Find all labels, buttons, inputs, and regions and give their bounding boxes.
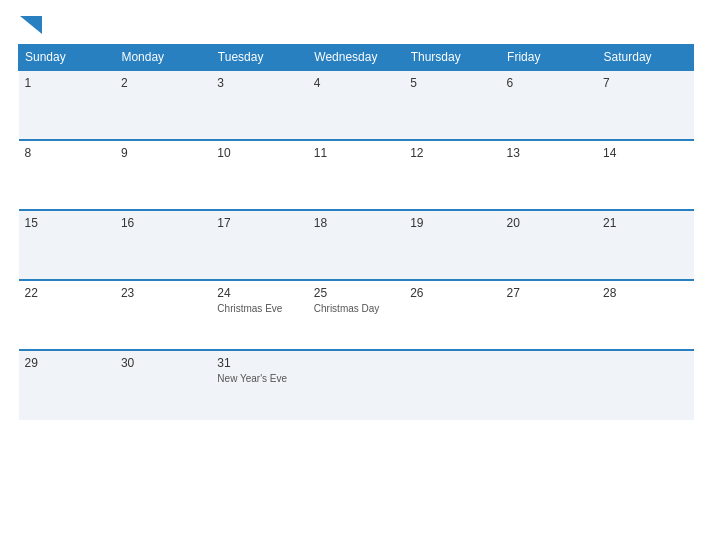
day-number: 14 — [603, 146, 687, 160]
day-cell: 19 — [404, 210, 500, 280]
day-cell: 21 — [597, 210, 693, 280]
weekday-header-tuesday: Tuesday — [211, 45, 307, 71]
day-cell: 18 — [308, 210, 404, 280]
header — [18, 16, 694, 34]
day-number: 16 — [121, 216, 205, 230]
day-number: 23 — [121, 286, 205, 300]
day-cell: 2 — [115, 70, 211, 140]
day-cell: 22 — [19, 280, 115, 350]
day-number: 5 — [410, 76, 494, 90]
weekday-header-wednesday: Wednesday — [308, 45, 404, 71]
day-number: 31 — [217, 356, 301, 370]
day-cell — [404, 350, 500, 420]
day-number: 18 — [314, 216, 398, 230]
day-number: 12 — [410, 146, 494, 160]
day-cell: 24Christmas Eve — [211, 280, 307, 350]
day-number: 3 — [217, 76, 301, 90]
day-cell: 3 — [211, 70, 307, 140]
holiday-name: Christmas Eve — [217, 303, 301, 314]
day-number: 22 — [25, 286, 109, 300]
day-cell: 13 — [501, 140, 597, 210]
day-number: 25 — [314, 286, 398, 300]
day-cell: 23 — [115, 280, 211, 350]
day-number: 30 — [121, 356, 205, 370]
svg-marker-0 — [20, 16, 42, 34]
calendar-page: SundayMondayTuesdayWednesdayThursdayFrid… — [0, 0, 712, 550]
day-number: 26 — [410, 286, 494, 300]
day-cell — [308, 350, 404, 420]
day-cell: 27 — [501, 280, 597, 350]
day-cell: 1 — [19, 70, 115, 140]
day-number: 2 — [121, 76, 205, 90]
day-cell — [501, 350, 597, 420]
day-cell: 5 — [404, 70, 500, 140]
day-cell — [597, 350, 693, 420]
day-number: 17 — [217, 216, 301, 230]
day-cell: 7 — [597, 70, 693, 140]
day-cell: 16 — [115, 210, 211, 280]
day-number: 20 — [507, 216, 591, 230]
weekday-header-row: SundayMondayTuesdayWednesdayThursdayFrid… — [19, 45, 694, 71]
day-cell: 11 — [308, 140, 404, 210]
day-cell: 17 — [211, 210, 307, 280]
logo — [18, 16, 42, 34]
day-cell: 12 — [404, 140, 500, 210]
day-cell: 15 — [19, 210, 115, 280]
day-cell: 25Christmas Day — [308, 280, 404, 350]
day-cell: 10 — [211, 140, 307, 210]
day-number: 13 — [507, 146, 591, 160]
calendar-table: SundayMondayTuesdayWednesdayThursdayFrid… — [18, 44, 694, 420]
day-number: 24 — [217, 286, 301, 300]
weekday-header-thursday: Thursday — [404, 45, 500, 71]
day-number: 27 — [507, 286, 591, 300]
day-cell: 6 — [501, 70, 597, 140]
day-cell: 8 — [19, 140, 115, 210]
day-cell: 29 — [19, 350, 115, 420]
week-row-2: 891011121314 — [19, 140, 694, 210]
day-cell: 9 — [115, 140, 211, 210]
day-number: 8 — [25, 146, 109, 160]
day-number: 6 — [507, 76, 591, 90]
day-number: 29 — [25, 356, 109, 370]
logo-flag-icon — [20, 16, 42, 34]
day-cell: 20 — [501, 210, 597, 280]
day-cell: 26 — [404, 280, 500, 350]
holiday-name: New Year's Eve — [217, 373, 301, 384]
week-row-5: 293031New Year's Eve — [19, 350, 694, 420]
day-cell: 31New Year's Eve — [211, 350, 307, 420]
day-number: 4 — [314, 76, 398, 90]
day-cell: 30 — [115, 350, 211, 420]
day-cell: 4 — [308, 70, 404, 140]
day-number: 19 — [410, 216, 494, 230]
day-number: 15 — [25, 216, 109, 230]
holiday-name: Christmas Day — [314, 303, 398, 314]
day-cell: 14 — [597, 140, 693, 210]
week-row-1: 1234567 — [19, 70, 694, 140]
day-number: 11 — [314, 146, 398, 160]
day-number: 9 — [121, 146, 205, 160]
weekday-header-monday: Monday — [115, 45, 211, 71]
weekday-header-friday: Friday — [501, 45, 597, 71]
week-row-3: 15161718192021 — [19, 210, 694, 280]
weekday-header-saturday: Saturday — [597, 45, 693, 71]
day-number: 1 — [25, 76, 109, 90]
weekday-header-sunday: Sunday — [19, 45, 115, 71]
week-row-4: 222324Christmas Eve25Christmas Day262728 — [19, 280, 694, 350]
day-cell: 28 — [597, 280, 693, 350]
day-number: 28 — [603, 286, 687, 300]
day-number: 7 — [603, 76, 687, 90]
day-number: 21 — [603, 216, 687, 230]
day-number: 10 — [217, 146, 301, 160]
